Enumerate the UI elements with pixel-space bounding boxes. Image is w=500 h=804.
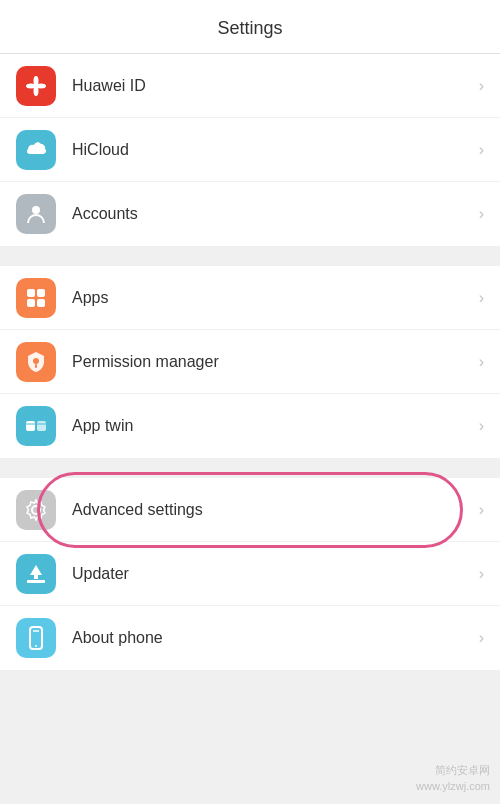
accounts-label: Accounts: [72, 205, 479, 223]
phone-icon: [23, 625, 49, 651]
svg-point-4: [32, 206, 40, 214]
watermark-line2: www.ylzwj.com: [416, 779, 490, 794]
hicloud-label: HiCloud: [72, 141, 479, 159]
permission-manager-label: Permission manager: [72, 353, 479, 371]
svg-rect-11: [26, 421, 35, 431]
watermark-line1: 简约安卓网: [416, 763, 490, 778]
apps-label: Apps: [72, 289, 479, 307]
about-phone-icon: [16, 618, 56, 658]
divider-2: [0, 466, 500, 478]
app-twin-icon: [16, 406, 56, 446]
about-phone-item[interactable]: About phone ›: [0, 606, 500, 670]
permission-icon: [16, 342, 56, 382]
page-title: Settings: [217, 18, 282, 38]
accounts-item[interactable]: Accounts ›: [0, 182, 500, 246]
svg-point-9: [33, 358, 39, 364]
huawei-id-item[interactable]: Huawei ID ›: [0, 54, 500, 118]
account-section: Huawei ID › HiCloud › Accounts ›: [0, 54, 500, 246]
updater-label: Updater: [72, 565, 479, 583]
about-phone-label: About phone: [72, 629, 479, 647]
apps-section: Apps › Permission manager ›: [0, 266, 500, 458]
updater-icon: [16, 554, 56, 594]
app-twin-chevron: ›: [479, 417, 484, 435]
huawei-logo-icon: [23, 73, 49, 99]
app-twin-item[interactable]: App twin ›: [0, 394, 500, 458]
gear-icon: [23, 497, 49, 523]
about-phone-chevron: ›: [479, 629, 484, 647]
apps-item[interactable]: Apps ›: [0, 266, 500, 330]
huawei-id-chevron: ›: [479, 77, 484, 95]
svg-rect-8: [37, 299, 45, 307]
apps-group: Apps › Permission manager ›: [0, 266, 500, 458]
svg-rect-5: [27, 289, 35, 297]
advanced-settings-label: Advanced settings: [72, 501, 479, 519]
huawei-id-label: Huawei ID: [72, 77, 479, 95]
system-group: Advanced settings › Updater ›: [0, 478, 500, 670]
grid-icon: [23, 285, 49, 311]
accounts-chevron: ›: [479, 205, 484, 223]
updater-item[interactable]: Updater ›: [0, 542, 500, 606]
watermark: 简约安卓网 www.ylzwj.com: [416, 763, 490, 794]
settings-header: Settings: [0, 0, 500, 54]
advanced-settings-item[interactable]: Advanced settings ›: [0, 478, 500, 542]
permission-chevron: ›: [479, 353, 484, 371]
divider-1: [0, 254, 500, 266]
account-group: Huawei ID › HiCloud › Accounts ›: [0, 54, 500, 246]
app-twin-label: App twin: [72, 417, 479, 435]
svg-point-20: [35, 645, 37, 647]
svg-point-3: [36, 83, 46, 88]
svg-marker-17: [30, 565, 42, 579]
hicloud-item[interactable]: HiCloud ›: [0, 118, 500, 182]
shield-key-icon: [23, 349, 49, 375]
svg-point-15: [32, 506, 40, 514]
svg-rect-12: [37, 421, 46, 431]
apps-chevron: ›: [479, 289, 484, 307]
upload-icon: [23, 561, 49, 587]
hicloud-icon: [16, 130, 56, 170]
svg-rect-16: [27, 580, 45, 583]
advanced-settings-icon: [16, 490, 56, 530]
svg-rect-7: [27, 299, 35, 307]
svg-rect-10: [35, 364, 37, 368]
cloud-icon: [23, 137, 49, 163]
twin-icon: [23, 413, 49, 439]
advanced-settings-chevron: ›: [479, 501, 484, 519]
person-icon: [23, 201, 49, 227]
huawei-id-icon: [16, 66, 56, 106]
permission-manager-item[interactable]: Permission manager ›: [0, 330, 500, 394]
updater-chevron: ›: [479, 565, 484, 583]
accounts-icon: [16, 194, 56, 234]
system-section: Advanced settings › Updater ›: [0, 478, 500, 670]
hicloud-chevron: ›: [479, 141, 484, 159]
svg-point-2: [26, 83, 36, 88]
apps-icon: [16, 278, 56, 318]
svg-rect-6: [37, 289, 45, 297]
